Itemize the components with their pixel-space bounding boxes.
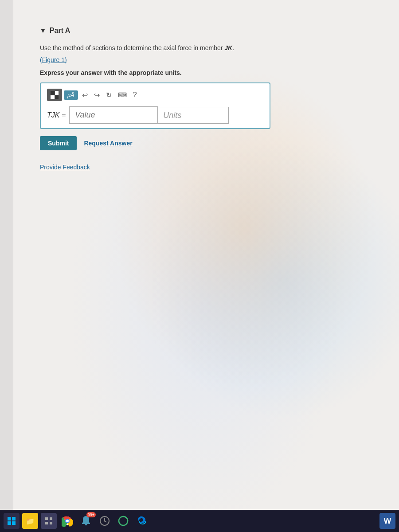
- clock-icon[interactable]: [97, 513, 113, 529]
- apps-grid-button[interactable]: [41, 513, 57, 529]
- grid-button[interactable]: [47, 89, 62, 101]
- question-line1end: .: [232, 44, 234, 51]
- svg-rect-2: [8, 521, 11, 525]
- equation-label: TJK =: [47, 111, 66, 119]
- notification-count: 99+: [86, 512, 96, 517]
- main-content: ▼ Part A Use the method of sections to d…: [13, 0, 399, 510]
- svg-rect-5: [50, 517, 52, 520]
- windows-start-button[interactable]: [4, 513, 20, 529]
- notification-badge-button[interactable]: 99+: [78, 513, 94, 529]
- file-explorer-button[interactable]: 📁: [22, 513, 38, 529]
- input-row: TJK = Units N kN lb kip: [44, 106, 266, 125]
- part-section: ▼ Part A Use the method of sections to d…: [40, 27, 386, 171]
- taskbar: 📁 99+: [0, 510, 399, 532]
- question-line1: Use the method of sections to determine …: [40, 44, 224, 51]
- svg-rect-3: [12, 521, 16, 525]
- circle-icon[interactable]: [115, 513, 131, 529]
- svg-rect-0: [8, 517, 11, 520]
- action-row: Submit Request Answer: [40, 136, 386, 150]
- provide-feedback-link[interactable]: Provide Feedback: [40, 164, 90, 171]
- question-text: Use the method of sections to determine …: [40, 43, 386, 53]
- edge-browser-button[interactable]: [134, 513, 150, 529]
- svg-point-15: [104, 520, 106, 522]
- chrome-browser-button[interactable]: [59, 513, 75, 529]
- svg-rect-11: [85, 524, 87, 525]
- part-title: Part A: [50, 27, 70, 35]
- units-dropdown[interactable]: Units N kN lb kip: [158, 107, 229, 124]
- part-header: ▼ Part A: [40, 27, 386, 35]
- mu-button[interactable]: μÅ: [64, 90, 78, 100]
- figure-link[interactable]: (Figure 1): [40, 56, 67, 63]
- toolbar-row: μÅ ↩ ↪ ↻ ⌨ ?: [44, 87, 266, 103]
- redo-button[interactable]: ↪: [92, 90, 102, 100]
- undo-button[interactable]: ↩: [80, 90, 90, 100]
- help-button[interactable]: ?: [131, 90, 139, 100]
- collapse-arrow-icon[interactable]: ▼: [40, 27, 46, 34]
- svg-rect-4: [45, 517, 48, 520]
- svg-rect-6: [45, 522, 48, 524]
- word-button[interactable]: W: [379, 513, 395, 529]
- refresh-button[interactable]: ↻: [104, 90, 114, 100]
- value-input[interactable]: [69, 106, 158, 124]
- svg-point-10: [66, 520, 69, 522]
- left-sidebar: [0, 0, 13, 510]
- request-answer-button[interactable]: Request Answer: [84, 140, 132, 147]
- answer-box: μÅ ↩ ↪ ↻ ⌨ ? TJK = Units N kN lb kip: [40, 82, 270, 129]
- keyboard-button[interactable]: ⌨: [116, 90, 129, 99]
- member-name: JK: [224, 44, 232, 51]
- express-text: Express your answer with the appropriate…: [40, 69, 386, 76]
- svg-rect-1: [12, 517, 16, 520]
- svg-rect-7: [50, 522, 52, 524]
- submit-button[interactable]: Submit: [40, 136, 77, 150]
